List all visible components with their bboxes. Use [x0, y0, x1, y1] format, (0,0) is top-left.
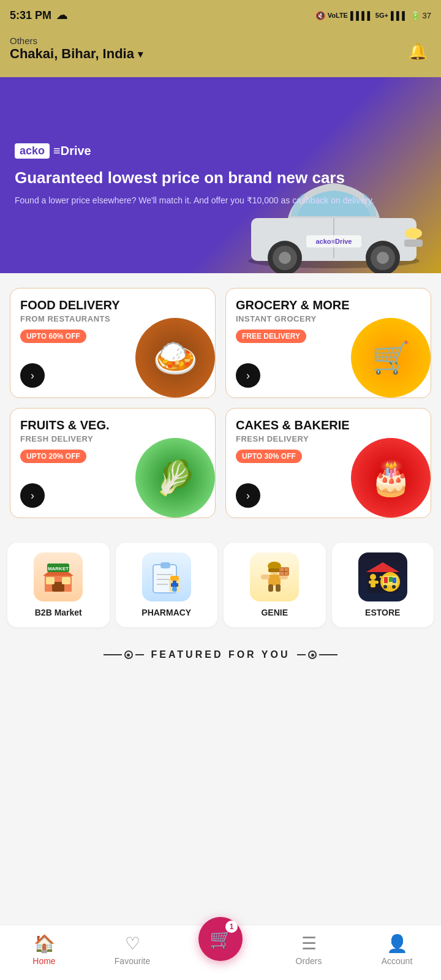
notification-bell-icon[interactable]: 🔔 — [404, 38, 431, 65]
promo-banner[interactable]: acko ≡Drive Guaranteed lowest price on b… — [0, 77, 441, 273]
orders-label: Orders — [296, 956, 322, 966]
cakes-image: 🎂 — [345, 432, 431, 518]
banner-subtitle: Found a lower price elsewhere? We'll mat… — [15, 195, 426, 207]
banner-content: acko ≡Drive Guaranteed lowest price on b… — [15, 143, 426, 207]
grocery-icon: 🛒 — [351, 318, 431, 398]
pharmacy-svg — [148, 559, 185, 595]
battery-level: 37 — [423, 11, 431, 20]
svg-point-8 — [377, 252, 389, 264]
svg-rect-36 — [261, 575, 270, 579]
svg-rect-35 — [268, 575, 281, 586]
services-row: MARKET B2B Market — [0, 533, 441, 637]
fruits-icon: 🥬 — [135, 438, 215, 518]
heart-icon: ♡ — [125, 933, 140, 954]
account-label: Account — [382, 956, 413, 966]
signal-bars: ▌▌▌▌ — [350, 11, 373, 20]
header: Others Chakai, Bihar, India ▾ 🔔 — [0, 31, 441, 77]
home-label: Home — [32, 956, 55, 966]
svg-rect-27 — [170, 576, 179, 581]
featured-title: FEATURED FOR YOU — [151, 649, 290, 660]
cart-badge: 1 — [225, 921, 238, 933]
estore-icon — [358, 552, 407, 601]
cakes-title: CAKES & BAKERIE — [236, 418, 421, 432]
featured-section: FEATURED FOR YOU — [0, 637, 441, 670]
svg-rect-17 — [62, 577, 70, 584]
svg-rect-50 — [384, 577, 388, 583]
svg-rect-55 — [369, 581, 372, 584]
nav-account[interactable]: 👤 Account — [353, 933, 441, 966]
fruits-card[interactable]: FRUITS & VEG. FRESH DELIVERY UPTO 20% OF… — [10, 408, 216, 518]
fruits-image: 🥬 — [129, 432, 216, 518]
signal-text: VoLTE — [328, 12, 348, 19]
nav-cart[interactable]: 🛒 1 — [176, 939, 265, 961]
cloud-icon: ☁ — [56, 9, 67, 22]
account-icon: 👤 — [386, 933, 408, 954]
orders-icon: ☰ — [301, 933, 317, 954]
svg-text:acko≡Drive: acko≡Drive — [315, 238, 352, 245]
food-delivery-badge: UPTO 60% OFF — [20, 330, 86, 343]
fruits-badge: UPTO 20% OFF — [20, 450, 86, 463]
svg-rect-51 — [389, 577, 393, 582]
chevron-down-icon: ▾ — [138, 48, 143, 60]
fruits-arrow[interactable]: › — [20, 483, 45, 508]
b2b-market-item[interactable]: MARKET B2B Market — [7, 543, 110, 627]
cakes-arrow[interactable]: › — [236, 483, 260, 508]
location-display[interactable]: Chakai, Bihar, India ▾ — [10, 46, 143, 62]
food-delivery-title: FOOD DELIVERY — [20, 298, 205, 312]
cakes-icon: 🎂 — [351, 438, 431, 518]
status-icons: 🔇 VoLTE ▌▌▌▌ 5G+ ▌▌▌ 🔋 37 — [315, 11, 431, 20]
genie-item[interactable]: GENIE — [224, 543, 326, 627]
status-bar: 5:31 PM ☁ 🔇 VoLTE ▌▌▌▌ 5G+ ▌▌▌ 🔋 37 — [0, 0, 441, 31]
market-svg: MARKET — [40, 559, 77, 595]
estore-label: ESTORE — [365, 608, 400, 617]
banner-logo: acko ≡Drive — [15, 143, 426, 159]
location-text: Chakai, Bihar, India — [10, 46, 134, 62]
svg-point-9 — [405, 228, 422, 239]
grocery-card[interactable]: GROCERY & MORE INSTANT GROCERY FREE DELI… — [225, 288, 431, 398]
header-location-area[interactable]: Others Chakai, Bihar, India ▾ — [10, 36, 143, 62]
drive-text: ≡Drive — [53, 144, 91, 158]
signal-bars-2: ▌▌▌ — [391, 11, 408, 20]
cakes-card[interactable]: CAKES & BAKERIE FRESH DELIVERY UPTO 30% … — [225, 408, 431, 518]
genie-label: GENIE — [261, 608, 288, 617]
grocery-arrow[interactable]: › — [236, 363, 260, 388]
status-time-area: 5:31 PM ☁ — [10, 9, 67, 22]
svg-rect-56 — [375, 581, 379, 584]
svg-point-5 — [279, 252, 291, 264]
food-delivery-image: 🍛 — [129, 312, 216, 398]
svg-rect-39 — [276, 584, 281, 592]
cart-button[interactable]: 🛒 1 — [198, 917, 243, 961]
svg-point-49 — [392, 585, 396, 589]
pharmacy-item[interactable]: PHARMACY — [116, 543, 218, 627]
genie-icon — [250, 552, 299, 601]
svg-rect-10 — [404, 239, 423, 247]
status-time: 5:31 PM — [10, 9, 51, 22]
svg-text:MARKET: MARKET — [48, 566, 69, 571]
svg-point-53 — [370, 574, 376, 580]
pharmacy-label: PHARMACY — [141, 608, 191, 617]
food-delivery-card[interactable]: FOOD DELIVERY FROM RESTAURANTS UPTO 60% … — [10, 288, 216, 398]
featured-right-ornament — [297, 650, 337, 659]
svg-rect-34 — [268, 568, 281, 572]
food-delivery-arrow[interactable]: › — [20, 363, 45, 388]
battery-icon: 🔋 — [410, 11, 420, 20]
svg-rect-16 — [46, 577, 55, 584]
favourite-label: Favourite — [115, 956, 150, 966]
cakes-badge: UPTO 30% OFF — [236, 450, 302, 463]
grocery-image: 🛒 — [345, 312, 431, 398]
nav-home[interactable]: 🏠 Home — [0, 933, 88, 966]
nav-orders[interactable]: ☰ Orders — [265, 933, 353, 966]
svg-rect-22 — [160, 562, 170, 568]
b2b-label: B2B Market — [35, 608, 82, 617]
home-icon: 🏠 — [34, 933, 55, 954]
fruits-title: FRUITS & VEG. — [20, 418, 205, 432]
category-grid: FOOD DELIVERY FROM RESTAURANTS UPTO 60% … — [0, 273, 441, 533]
estore-item[interactable]: ESTORE — [332, 543, 434, 627]
featured-left-ornament — [104, 650, 144, 659]
grocery-title: GROCERY & MORE — [236, 298, 421, 312]
nav-favourite[interactable]: ♡ Favourite — [88, 933, 176, 966]
acko-brand-box: acko — [15, 143, 50, 159]
svg-marker-45 — [366, 562, 399, 572]
genie-svg — [256, 559, 293, 595]
estore-svg — [364, 559, 401, 595]
